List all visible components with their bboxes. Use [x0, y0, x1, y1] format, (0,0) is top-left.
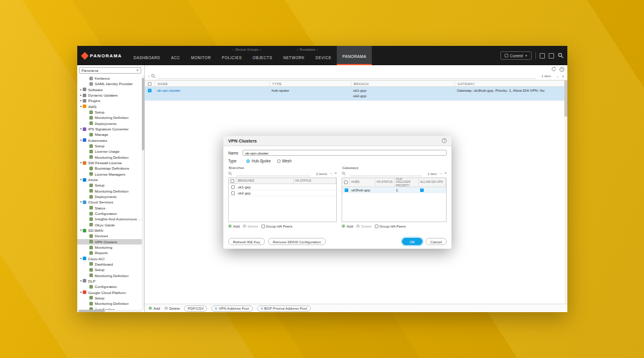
apply-filter-arrow-icon[interactable]: →	[329, 171, 333, 176]
branch-checkbox[interactable]	[231, 185, 235, 189]
nav-item-acc[interactable]: ACC	[166, 46, 186, 65]
column-header-branch[interactable]: BRANCH	[351, 81, 454, 86]
gateway-checkbox[interactable]	[345, 188, 348, 192]
sidebar-item-sd-wan[interactable]: ▾SD-WAN	[77, 228, 142, 233]
save-config-icon[interactable]	[549, 53, 554, 59]
sidebar-item-deployments[interactable]: Deployments	[77, 121, 142, 126]
sidebar-item-setup[interactable]: Setup	[77, 267, 142, 272]
sidebar-item-manage[interactable]: Manage	[77, 132, 142, 137]
column-header-ha-status[interactable]: HA STATUS	[294, 178, 336, 184]
sidebar-item-dlp[interactable]: ▾DLP	[77, 278, 142, 284]
scrollbar-thumb[interactable]	[564, 80, 567, 117]
sidebar-item-monitoring-definition[interactable]: Monitoring Definition	[77, 301, 142, 306]
sidebar-item-monitoring[interactable]: Monitoring	[77, 245, 142, 250]
scrollbar-thumb[interactable]	[78, 310, 105, 312]
radio-hub-spoke[interactable]: Hub-Spoke	[246, 159, 271, 163]
select-all-checkbox[interactable]	[148, 82, 151, 86]
sidebar-item-deployments[interactable]: Deployments	[77, 194, 142, 199]
branches-group-ha-peers[interactable]: Group HA Peers	[261, 225, 293, 228]
column-header-allow-dia-vpn[interactable]: ALLOW DIA VPN	[419, 178, 446, 187]
branches-delete-button[interactable]: ⊖ Delete	[243, 224, 258, 229]
select-all-checkbox[interactable]	[344, 181, 348, 184]
sidebar-item-dynamic-updates[interactable]: ▸Dynamic Updates	[77, 92, 142, 98]
column-header-type[interactable]: TYPE	[269, 81, 351, 86]
gateways-group-ha-peers[interactable]: Group HA Peers	[375, 225, 406, 228]
table-row[interactable]: uk-vpn-clusterhub-spokeuk1-gcpuk2-gcpGat…	[145, 87, 564, 101]
sidebar-item-setup[interactable]: Setup	[77, 109, 142, 115]
filter-input[interactable]	[158, 74, 536, 79]
sidebar-item-dashboard[interactable]: Dashboard	[77, 261, 142, 267]
gateways-filter-input[interactable]	[349, 171, 422, 176]
nav-item-panorama[interactable]: PANORAMA	[337, 46, 372, 65]
sidebar-item-status[interactable]: Status	[77, 205, 142, 211]
clear-filter-icon[interactable]: ×	[444, 171, 447, 176]
sidebar-item-kerberos[interactable]: Kerberos	[77, 75, 142, 81]
branch-row-uk1-gcp[interactable]: uk1-gcp	[229, 184, 336, 190]
refresh-icon[interactable]	[551, 66, 556, 72]
search-icon[interactable]	[558, 53, 564, 59]
sidebar-item-software[interactable]: ▸Software	[77, 87, 142, 92]
column-header-hub-failover-priority[interactable]: HUB FAILOVER PRIORITY	[395, 178, 419, 187]
sidebar-item-monitoring-definition[interactable]: Monitoring Definition	[77, 155, 142, 160]
branches-filter-input[interactable]	[236, 171, 311, 176]
commit-button[interactable]: Commit ▼	[500, 51, 532, 60]
sidebar-item-insights-and-autonomous-dem[interactable]: Insights And Autonomous DEM	[77, 216, 142, 222]
sidebar-item-license-managers[interactable]: License Managers	[77, 171, 142, 177]
add-button[interactable]: ⊕ Add	[148, 306, 160, 311]
scrollbar-thumb[interactable]	[142, 78, 144, 150]
apply-filter-arrow-icon[interactable]: →	[439, 171, 443, 176]
sidebar-item-vpn-clusters[interactable]: VPN Clusters	[77, 239, 142, 245]
radio-mesh[interactable]: Mesh	[277, 159, 292, 163]
gateway-row-uk3hub-gcp[interactable]: uk3hub-gcp1	[342, 187, 446, 193]
branch-checkbox[interactable]	[231, 191, 235, 195]
sidebar-item-devices[interactable]: Devices	[77, 233, 142, 238]
sidebar-item-configuration[interactable]: Configuration	[77, 211, 142, 216]
sidebar-item-setup[interactable]: Setup	[77, 295, 142, 301]
pdf-csv-button[interactable]: PDF/CSV	[184, 305, 207, 312]
sidebar-item-sw-firewall-license[interactable]: ▾SW Firewall License	[77, 160, 142, 165]
sidebar-hscrollbar[interactable]	[77, 310, 142, 312]
sidebar-item-okyo-garde[interactable]: Okyo Garde	[77, 222, 142, 228]
column-header-hubs[interactable]: HUBS	[350, 178, 375, 187]
branches-add-button[interactable]: ⊕ Add	[228, 224, 240, 229]
clear-filter-icon[interactable]: ×	[562, 74, 564, 78]
sidebar-item-cisco-aci[interactable]: ▾Cisco ACI	[77, 256, 142, 261]
cluster-name-link[interactable]: uk-vpn-cluster	[155, 88, 269, 94]
content-scrollbar[interactable]	[564, 80, 567, 304]
nav-item-monitor[interactable]: MONITOR	[185, 46, 216, 65]
delete-button[interactable]: ⊖ Delete	[164, 306, 180, 311]
sidebar-item-setup[interactable]: Setup	[77, 143, 142, 149]
gateways-delete-button[interactable]: ⊖ Delete	[356, 224, 372, 229]
sidebar-item-monitoring-definition[interactable]: Monitoring Definition	[77, 115, 142, 120]
sidebar-item-bootstrap-definitions[interactable]: Bootstrap Definitions	[77, 165, 142, 171]
help-icon[interactable]: ?	[560, 67, 564, 72]
column-header-ha-status[interactable]: HA STATUS	[375, 178, 395, 187]
column-header-branches[interactable]: BRANCHES	[237, 178, 294, 184]
dialog-help-icon[interactable]: ?	[442, 138, 447, 143]
nav-item-dashboard[interactable]: DASHBOARD	[128, 46, 165, 65]
sidebar-item-setup[interactable]: Setup	[77, 182, 142, 188]
bgp-prisma-address-pool-button[interactable]: BGP Prisma Address Pool	[257, 305, 311, 312]
name-input[interactable]	[243, 150, 447, 156]
sidebar-item-license-usage[interactable]: License Usage	[77, 149, 142, 154]
vpn-address-pool-button[interactable]: VPN Address Pool	[211, 305, 252, 312]
tasks-icon[interactable]	[540, 53, 545, 59]
context-selector[interactable]: Panorama ▼	[79, 67, 141, 74]
row-checkbox[interactable]	[148, 89, 151, 92]
ok-button[interactable]: OK	[402, 238, 422, 245]
select-all-checkbox[interactable]	[231, 179, 234, 183]
refresh-ike-key-button[interactable]: Refresh IKE Key	[228, 238, 265, 245]
sidebar-item-azure[interactable]: ▾Azure	[77, 177, 142, 182]
column-header-gateway[interactable]: GATEWAY	[454, 81, 564, 86]
remove-ddns-configuration-button[interactable]: Remove DDNS Configuration	[268, 238, 326, 245]
sidebar-scrollbar[interactable]	[142, 75, 144, 310]
column-header-name[interactable]: NAME	[155, 81, 269, 86]
branch-row-uk2-gcp[interactable]: uk2-gcp	[229, 190, 336, 196]
gateways-add-button[interactable]: ⊕ Add	[342, 224, 353, 229]
sidebar-item-aws[interactable]: ▾AWS	[77, 104, 142, 109]
sidebar-item-monitoring-definition[interactable]: Monitoring Definition	[77, 188, 142, 194]
collapse-sidebar-icon[interactable]: ‹	[148, 74, 149, 78]
allow-dia-vpn-checkbox[interactable]	[420, 188, 424, 192]
sidebar-item-cloud-services[interactable]: ▾Cloud Services	[77, 199, 142, 205]
sidebar-item-monitoring-definition[interactable]: Monitoring Definition	[77, 272, 142, 278]
